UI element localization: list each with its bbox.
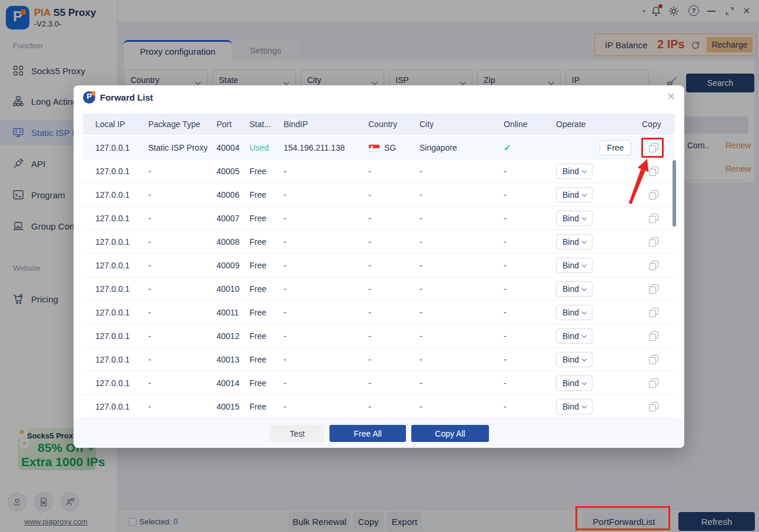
table-header: Local IPPackage TypePortStat...BindIPCou… <box>83 114 675 135</box>
copy-button[interactable] <box>642 159 665 183</box>
copy-button[interactable] <box>642 348 665 371</box>
copy-icon <box>649 214 658 223</box>
cell-city: - <box>420 159 422 183</box>
bind-dropdown[interactable]: Bind <box>556 352 592 367</box>
column-header-packagetype: Package Type <box>148 114 200 135</box>
copy-icon <box>649 261 658 270</box>
cell-online: - <box>504 183 507 207</box>
bind-dropdown[interactable]: Bind <box>556 399 592 414</box>
copy-button[interactable] <box>642 277 665 301</box>
copy-icon <box>649 237 658 247</box>
bind-label: Bind <box>562 355 579 364</box>
chevron-down-icon <box>582 403 587 408</box>
cell-port: 40009 <box>217 254 239 277</box>
cell-country: - <box>368 159 371 183</box>
chevron-down-icon <box>582 215 587 220</box>
cell-port: 40012 <box>217 324 239 348</box>
cell-online: - <box>504 254 507 277</box>
copy-button[interactable] <box>642 371 665 395</box>
chevron-down-icon <box>582 309 587 314</box>
cell-bind-ip: - <box>284 207 287 230</box>
cell-package-type: - <box>148 348 151 371</box>
column-header-bindip: BindIP <box>284 114 308 135</box>
cell-online: - <box>504 207 507 230</box>
bind-dropdown[interactable]: Bind <box>556 328 592 344</box>
table-row: 127.0.0.1-40005Free----Bind <box>83 159 675 183</box>
chevron-down-icon <box>582 285 587 290</box>
cell-package-type: - <box>148 301 151 324</box>
cell-country: - <box>368 183 371 207</box>
bind-label: Bind <box>562 402 579 411</box>
cell-port: 40014 <box>217 371 239 395</box>
copy-all-button[interactable]: Copy All <box>411 425 489 442</box>
cell-status: Free <box>249 254 267 277</box>
cell-online: - <box>504 371 507 395</box>
cell-package-type: - <box>148 207 151 230</box>
copy-button[interactable] <box>642 395 665 418</box>
copy-icon <box>649 355 658 364</box>
bind-dropdown[interactable]: Bind <box>556 211 592 226</box>
cell-online: ✓ <box>504 136 511 159</box>
cell-port: 40010 <box>217 277 239 301</box>
cell-port: 40004 <box>217 136 239 159</box>
cell-local-ip: 127.0.0.1 <box>95 136 129 159</box>
cell-country: - <box>368 324 371 348</box>
copy-button[interactable] <box>642 324 665 348</box>
cell-online: - <box>504 230 507 254</box>
modal-close-icon[interactable]: × <box>667 89 675 104</box>
bind-dropdown[interactable]: Bind <box>556 234 592 250</box>
bind-dropdown[interactable]: Bind <box>556 375 592 391</box>
cell-country: - <box>368 207 371 230</box>
free-button[interactable]: Free <box>600 140 631 155</box>
cell-local-ip: 127.0.0.1 <box>95 301 129 324</box>
cell-bind-ip: - <box>284 277 287 301</box>
cell-package-type: - <box>148 254 151 277</box>
bind-dropdown[interactable]: Bind <box>556 187 592 202</box>
cell-package-type: - <box>148 277 151 301</box>
test-button[interactable]: Test <box>270 425 324 442</box>
cell-city: - <box>420 254 422 277</box>
cell-package-type: - <box>148 371 151 395</box>
cell-country: - <box>368 254 371 277</box>
cell-status: Free <box>249 230 267 254</box>
copy-icon <box>649 331 658 341</box>
bind-label: Bind <box>562 167 579 176</box>
cell-port: 40015 <box>217 395 239 418</box>
cell-status: Free <box>249 183 267 207</box>
cell-local-ip: 127.0.0.1 <box>95 254 129 277</box>
table-row: 127.0.0.1-40006Free----Bind <box>83 183 675 207</box>
cell-country: - <box>368 348 371 371</box>
cell-bind-ip: - <box>284 301 287 324</box>
chevron-down-icon <box>582 191 587 196</box>
bind-label: Bind <box>562 308 579 317</box>
country-code: SG <box>384 143 396 152</box>
bind-dropdown[interactable]: Bind <box>556 164 592 179</box>
copy-button[interactable] <box>642 230 665 254</box>
bind-dropdown[interactable]: Bind <box>556 305 592 320</box>
copy-button[interactable] <box>642 136 665 159</box>
forward-list-modal: P Forward List × Local IPPackage TypePor… <box>74 85 684 448</box>
modal-scrollbar-thumb[interactable] <box>673 160 676 227</box>
cell-local-ip: 127.0.0.1 <box>95 230 129 254</box>
cell-city: - <box>420 301 422 324</box>
cell-city: - <box>420 371 422 395</box>
app-window: Com.. Renew Renew Proxy configuration Se… <box>0 0 759 532</box>
cell-status: Free <box>249 277 267 301</box>
column-header-city: City <box>420 114 434 135</box>
cell-bind-ip: - <box>284 348 287 371</box>
copy-button[interactable] <box>642 183 665 207</box>
copy-button[interactable] <box>642 207 665 230</box>
bind-dropdown[interactable]: Bind <box>556 258 592 273</box>
modal-logo: P <box>83 91 95 104</box>
cell-local-ip: 127.0.0.1 <box>95 207 129 230</box>
cell-status: Free <box>249 207 267 230</box>
free-all-button[interactable]: Free All <box>329 425 406 442</box>
column-header-stat: Stat... <box>249 114 271 135</box>
copy-button[interactable] <box>642 254 665 277</box>
copy-button[interactable] <box>642 301 665 324</box>
bind-dropdown[interactable]: Bind <box>556 281 592 297</box>
table-row: 127.0.0.1-40009Free----Bind <box>83 254 675 277</box>
cell-online: - <box>504 324 507 348</box>
copy-icon <box>649 284 658 294</box>
cell-country: - <box>368 395 371 418</box>
